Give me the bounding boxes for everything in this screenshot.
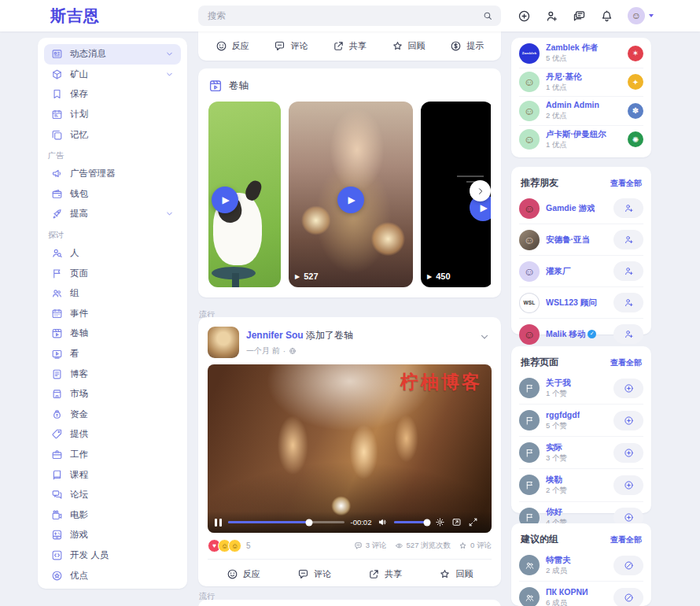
avatar[interactable]: ☺	[519, 324, 540, 345]
page-avatar[interactable]	[519, 378, 540, 398]
post-action-button[interactable]: 共享	[333, 40, 367, 52]
avatar[interactable]: WSL	[519, 293, 540, 313]
sidebar-item[interactable]: 人	[44, 243, 181, 264]
gear-icon[interactable]	[435, 517, 445, 527]
join-group-button[interactable]	[613, 556, 643, 575]
like-page-button[interactable]	[613, 379, 643, 398]
view-all-link[interactable]: 查看全部	[610, 534, 642, 545]
friend-suggestion-row: ☺ Malik 移动 ✓	[519, 318, 643, 349]
reel-thumbnail[interactable]: ▶	[208, 102, 281, 287]
page-avatar[interactable]	[519, 442, 540, 463]
post-counter: 0 评论	[459, 541, 492, 551]
sidebar-item[interactable]: 市场	[44, 384, 181, 405]
leader-row[interactable]: ☺ 丹尼·基伦 1 优点 ✦	[519, 68, 643, 97]
sidebar-item[interactable]: 工作	[44, 445, 181, 465]
sidebar-item[interactable]: 优点	[44, 565, 181, 586]
sidebar-item[interactable]: 页面	[44, 263, 181, 283]
sidebar-item[interactable]: 矿山	[44, 65, 181, 85]
play-button[interactable]: ▶	[337, 187, 364, 213]
sidebar-item[interactable]: 卷轴	[44, 323, 181, 344]
reels-next-button[interactable]	[470, 180, 491, 201]
sidebar-item[interactable]: 事件	[44, 304, 181, 324]
like-page-button[interactable]	[613, 475, 643, 495]
add-friend-button[interactable]	[613, 324, 643, 344]
sidebar-item[interactable]: 记忆	[44, 124, 181, 145]
post-action-button[interactable]: 回顾	[392, 40, 426, 52]
sidebar-item[interactable]: 开发 人员	[44, 545, 181, 566]
post-action-button[interactable]: 评论	[274, 40, 308, 52]
chevron-down-icon[interactable]	[165, 70, 174, 79]
post-action-button[interactable]: 评论	[297, 568, 331, 580]
speaker-icon[interactable]	[378, 517, 388, 527]
flag-icon	[525, 512, 535, 523]
sidebar-item[interactable]: 课程	[44, 464, 181, 485]
sidebar-item[interactable]: 计划	[44, 105, 181, 125]
search-icon[interactable]	[482, 10, 493, 21]
app-logo[interactable]: 斯吉恩	[50, 0, 100, 31]
post-author[interactable]: Jennifer Sou	[246, 330, 304, 341]
pip-icon[interactable]	[451, 517, 462, 527]
avatar[interactable]: ☺	[519, 198, 540, 219]
chat-icon[interactable]	[573, 9, 586, 23]
sidebar-item[interactable]: 资金	[44, 405, 181, 425]
view-all-link[interactable]: 查看全部	[610, 178, 642, 189]
video-controls: -00:02	[208, 512, 492, 533]
seek-bar[interactable]	[228, 521, 344, 524]
sidebar-item[interactable]: 论坛	[44, 485, 181, 505]
page-avatar[interactable]	[519, 410, 540, 430]
like-page-button[interactable]	[613, 411, 643, 430]
leader-row[interactable]: ☺ Admin Admin 2 优点 ✽	[519, 96, 643, 125]
post-action-button[interactable]: 反应	[216, 40, 249, 52]
reaction-emojis[interactable]: ♥ ☺ ☺ 5	[208, 539, 251, 552]
rocket-icon	[51, 208, 63, 220]
join-group-button[interactable]	[613, 588, 643, 606]
add-friend-button[interactable]	[613, 230, 643, 249]
sidebar-item[interactable]: 动态消息	[44, 44, 181, 65]
sidebar-item[interactable]: 提供	[44, 424, 181, 445]
group-avatar[interactable]	[519, 555, 540, 575]
chevron-down-icon[interactable]	[165, 50, 174, 58]
view-all-link[interactable]: 查看全部	[610, 357, 642, 368]
sidebar-item[interactable]: 广告管理器	[44, 164, 181, 184]
avatar[interactable]: ☺	[628, 7, 645, 24]
page-avatar[interactable]	[519, 475, 540, 495]
leader-row[interactable]: Zamblek Zamblek 作者 5 优点 ✶	[519, 39, 643, 68]
avatar[interactable]	[208, 327, 239, 358]
post-action-button[interactable]: 回顾	[439, 568, 473, 580]
search-input[interactable]	[206, 10, 482, 21]
group-avatar[interactable]	[519, 587, 540, 606]
sidebar-item[interactable]: 保存	[44, 84, 181, 105]
volume-slider[interactable]	[394, 521, 429, 524]
fullscreen-icon[interactable]	[468, 517, 478, 527]
search-box[interactable]	[198, 6, 501, 26]
leader-row[interactable]: ☺ 卢卡斯·伊曼纽尔 1 优点 ✺	[519, 125, 643, 154]
person-add-icon[interactable]	[545, 9, 558, 23]
chevron-down-icon[interactable]	[165, 209, 174, 218]
add-friend-button[interactable]	[613, 261, 643, 281]
add-friend-button[interactable]	[613, 293, 643, 312]
sidebar-item[interactable]: 游戏	[44, 525, 181, 545]
play-button[interactable]: ▶	[212, 187, 238, 213]
bell-icon[interactable]	[600, 9, 613, 23]
sidebar-item[interactable]: 博客	[44, 364, 181, 384]
avatar[interactable]: ☺	[519, 230, 540, 250]
circle-plus-icon[interactable]	[518, 9, 531, 23]
post-action-button[interactable]: 共享	[368, 568, 402, 580]
sidebar-item[interactable]: 组	[44, 283, 181, 304]
achievement-badge-icon: ✽	[628, 103, 643, 119]
avatar[interactable]: ☺	[519, 261, 540, 282]
pause-button[interactable]	[215, 519, 222, 527]
sidebar-item[interactable]: 提高	[44, 204, 181, 224]
chevron-down-icon[interactable]	[479, 331, 490, 342]
post-action-button[interactable]: 反应	[227, 568, 260, 580]
sidebar-item[interactable]: 钱包	[44, 184, 181, 205]
sidebar-item[interactable]: 电影	[44, 504, 181, 525]
like-page-button[interactable]	[613, 443, 643, 463]
add-friend-button[interactable]	[613, 198, 643, 218]
post-action-button[interactable]: 提示	[450, 40, 484, 52]
reel-thumbnail[interactable]: ▶ ▶ 527	[289, 102, 413, 287]
user-menu[interactable]: ☺	[628, 7, 654, 24]
sidebar-item[interactable]: 看	[44, 344, 181, 364]
video-player[interactable]: 柠柚博客 -00:02	[208, 364, 492, 533]
blog-icon	[51, 368, 63, 380]
